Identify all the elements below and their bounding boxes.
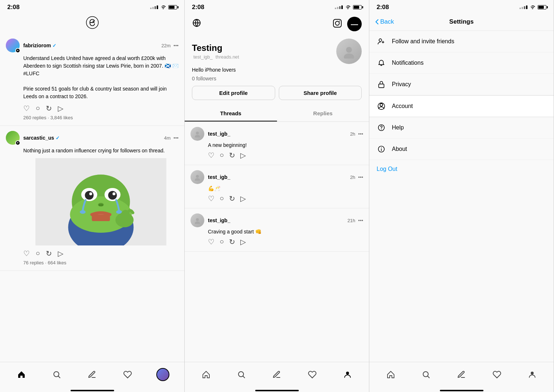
thread-more-1[interactable]: ••• [358,131,363,137]
settings-item-notifications[interactable]: Notifications [369,52,554,74]
nav-activity-1[interactable] [120,367,136,383]
nav-activity-2[interactable] [304,367,320,383]
nav-compose-2[interactable] [269,367,285,383]
post-2-meta: 4m ••• [164,135,178,141]
lock-icon [377,80,386,89]
home-indicator-1 [0,390,184,392]
more-icon-2[interactable]: ••• [173,135,178,141]
svg-point-15 [116,213,134,227]
nav-home-3[interactable] [383,367,399,383]
add-button-2[interactable]: + [15,140,20,145]
profile-avatar-large [336,39,362,64]
post-1-stats: 260 replies · 3,846 likes [23,115,178,120]
post-2-stats: 76 replies · 664 likes [23,260,178,265]
t-share-2[interactable]: ▷ [240,194,246,203]
menu-button[interactable]: — [347,17,362,31]
share-icon-2[interactable]: ▷ [58,249,63,258]
t-like-3[interactable]: ♡ [208,237,214,246]
status-icons-3 [519,4,546,11]
t-repost-3[interactable]: ↻ [229,237,235,246]
repost-icon-1[interactable]: ↻ [46,104,52,113]
post-2-actions: ♡ ○ ↻ ▷ [23,249,178,258]
thread-content-1: A new beginning! [208,142,363,148]
thread-actions-3: ♡ ○ ↻ ▷ [208,237,363,246]
nav-home-1[interactable] [13,367,29,383]
comment-icon-2[interactable]: ○ [36,249,40,258]
post-2: + sarcastic_us ✓ 4m ••• Nothing just a r… [0,126,184,271]
feed-container: + fabriziorom ✓ 22m ••• Understand Leeds… [0,33,184,362]
add-button-1[interactable]: + [15,48,20,53]
account-label: Account [392,103,413,109]
svg-point-31 [196,218,199,221]
svg-point-27 [196,132,199,135]
t-repost-1[interactable]: ↻ [229,151,235,160]
svg-point-46 [531,372,534,375]
nav-home-2[interactable] [198,367,214,383]
bottom-nav-3 [369,362,554,390]
like-icon-2[interactable]: ♡ [23,249,30,258]
panel-profile: 2:08 — Testing [185,0,369,392]
t-like-2[interactable]: ♡ [208,194,214,203]
wifi-icon [160,5,166,10]
home-indicator-3 [369,390,554,392]
share-profile-button[interactable]: Share profile [279,86,362,100]
edit-profile-button[interactable]: Edit profile [192,86,275,100]
notifications-label: Notifications [392,60,423,66]
signal-icon [150,5,158,9]
status-bar-3: 2:08 [369,0,554,13]
comment-icon-1[interactable]: ○ [36,104,40,113]
thread-list: test_igb_ 2h ••• A new beginning! ♡ ○ ↻ … [185,122,369,362]
nav-activity-3[interactable] [489,367,505,383]
signal-icon-3 [519,5,527,9]
nav-search-1[interactable] [49,367,65,383]
t-repost-2[interactable]: ↻ [229,194,235,203]
settings-item-logout[interactable]: Log Out [369,160,554,178]
nav-profile-1[interactable] [155,367,171,383]
settings-list: Follow and invite friends Notifications … [369,31,554,362]
nav-search-3[interactable] [418,367,434,383]
repost-icon-2[interactable]: ↻ [46,249,52,258]
settings-item-follow[interactable]: Follow and invite friends [369,31,554,52]
tab-replies[interactable]: Replies [277,106,369,121]
like-icon-1[interactable]: ♡ [23,104,30,113]
t-like-1[interactable]: ♡ [208,151,214,160]
about-label: About [392,146,407,152]
back-button[interactable]: Back [375,18,394,25]
svg-point-42 [381,129,382,130]
globe-icon[interactable] [192,18,201,30]
svg-rect-22 [333,19,341,27]
nav-profile-3[interactable] [524,367,540,383]
settings-item-account[interactable]: Account [369,95,554,117]
profile-followers: 0 followers [192,76,362,81]
instagram-icon[interactable] [333,19,342,29]
svg-point-10 [89,192,92,195]
nav-compose-3[interactable] [453,367,469,383]
t-comment-2[interactable]: ○ [220,194,224,203]
more-icon-1[interactable]: ••• [173,43,178,48]
username-2: sarcastic_us ✓ [23,135,60,141]
profile-info: Testing test_igb_ threads.net Hello iPho… [185,35,369,106]
nav-profile-2[interactable] [340,367,356,383]
t-comment-3[interactable]: ○ [220,237,224,246]
tab-threads[interactable]: Threads [185,106,277,121]
settings-item-privacy[interactable]: Privacy [369,74,554,95]
post-1-header: + fabriziorom ✓ 22m ••• [6,39,178,52]
t-share-3[interactable]: ▷ [240,237,246,246]
settings-item-help[interactable]: Help [369,117,554,139]
nav-compose-1[interactable] [84,367,100,383]
nav-search-2[interactable] [233,367,249,383]
status-bar-2: 2:08 [185,0,369,13]
settings-header: Back Settings [369,13,554,31]
info-icon [377,144,386,154]
svg-point-11 [113,192,116,195]
svg-line-34 [243,376,245,378]
t-comment-1[interactable]: ○ [220,151,224,160]
share-icon-1[interactable]: ▷ [58,104,63,113]
settings-item-about[interactable]: About [369,139,554,160]
thread-username-1: test_igb_ [208,131,230,137]
t-share-1[interactable]: ▷ [240,151,246,160]
svg-point-8 [85,191,94,200]
thread-more-3[interactable]: ••• [358,218,363,223]
thread-more-2[interactable]: ••• [358,175,363,180]
home-indicator-2 [185,390,369,392]
